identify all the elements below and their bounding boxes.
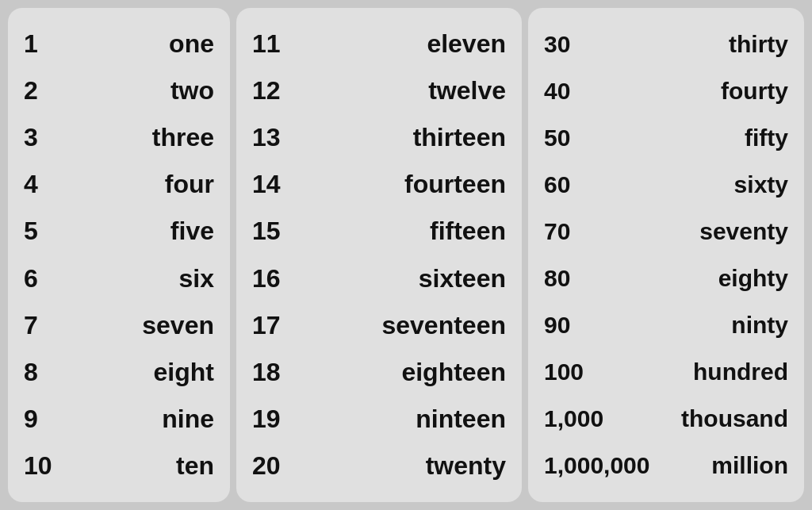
number-row: 90ninty bbox=[544, 312, 788, 339]
number-row: 20twenty bbox=[252, 451, 506, 481]
number: 100 bbox=[544, 359, 599, 385]
number: 30 bbox=[544, 31, 599, 58]
number: 12 bbox=[252, 76, 292, 105]
number: 1,000 bbox=[544, 405, 603, 432]
number: 70 bbox=[544, 218, 599, 245]
number-row: 19ninteen bbox=[252, 405, 506, 434]
word: thousand bbox=[681, 405, 788, 432]
word: twenty bbox=[426, 451, 506, 481]
main-container: 1one2two3three4four5five6six7seven8eight… bbox=[0, 0, 812, 510]
number-row: 15fifteen bbox=[252, 217, 506, 246]
number: 2 bbox=[24, 76, 63, 105]
number-row: 17seventeen bbox=[252, 311, 506, 340]
number-row: 30thirty bbox=[544, 31, 788, 58]
card-3: 30thirty40fourty50fifty60sixty70seventy8… bbox=[528, 8, 804, 502]
word: eight bbox=[154, 358, 214, 387]
number: 3 bbox=[24, 123, 63, 152]
number-row: 4four bbox=[24, 170, 214, 199]
number: 13 bbox=[252, 123, 292, 152]
number-row: 1one bbox=[24, 29, 214, 59]
word: fourteen bbox=[404, 170, 506, 199]
number: 80 bbox=[544, 265, 599, 292]
number: 7 bbox=[24, 311, 63, 340]
word: seventeen bbox=[381, 311, 506, 340]
card-2: 11eleven12twelve13thirteen14fourteen15fi… bbox=[236, 8, 522, 502]
word: two bbox=[170, 76, 214, 105]
word: five bbox=[170, 217, 214, 246]
number: 16 bbox=[252, 264, 292, 293]
number-row: 6six bbox=[24, 264, 214, 293]
number-row: 80eighty bbox=[544, 265, 788, 292]
word: nine bbox=[162, 405, 214, 434]
word: ninteen bbox=[416, 405, 506, 434]
word: thirteen bbox=[413, 123, 506, 152]
number: 60 bbox=[544, 171, 599, 198]
number: 5 bbox=[24, 217, 63, 246]
number-row: 60sixty bbox=[544, 171, 788, 198]
word: fifty bbox=[745, 125, 788, 151]
number: 17 bbox=[252, 311, 292, 340]
number-row: 70seventy bbox=[544, 218, 788, 245]
number-row: 9nine bbox=[24, 405, 214, 434]
number-row: 1,000,000million bbox=[544, 452, 788, 479]
number-row: 14fourteen bbox=[252, 170, 506, 199]
number: 1 bbox=[24, 29, 63, 59]
number: 1,000,000 bbox=[544, 452, 649, 479]
word: three bbox=[152, 123, 214, 152]
number: 9 bbox=[24, 405, 63, 434]
number: 19 bbox=[252, 405, 292, 434]
number: 8 bbox=[24, 358, 63, 387]
word: hundred bbox=[693, 359, 788, 385]
number-row: 13thirteen bbox=[252, 123, 506, 152]
number-row: 100hundred bbox=[544, 359, 788, 385]
number-row: 12twelve bbox=[252, 76, 506, 105]
number: 90 bbox=[544, 312, 599, 339]
number: 50 bbox=[544, 125, 599, 151]
number-row: 2two bbox=[24, 76, 214, 105]
word: sixteen bbox=[419, 264, 506, 293]
number-row: 16sixteen bbox=[252, 264, 506, 293]
word: fifteen bbox=[430, 217, 506, 246]
number-row: 3three bbox=[24, 123, 214, 152]
word: seven bbox=[142, 311, 214, 340]
word: sixty bbox=[734, 171, 788, 198]
number: 10 bbox=[24, 451, 63, 481]
number-row: 8eight bbox=[24, 358, 214, 387]
number-row: 40fourty bbox=[544, 78, 788, 105]
number-row: 10ten bbox=[24, 451, 214, 481]
word: six bbox=[179, 264, 214, 293]
number-row: 7seven bbox=[24, 311, 214, 340]
word: eighty bbox=[718, 265, 788, 292]
word: twelve bbox=[428, 76, 506, 105]
number: 18 bbox=[252, 358, 292, 387]
word: seventy bbox=[699, 218, 788, 245]
number: 20 bbox=[252, 451, 292, 481]
number-row: 11eleven bbox=[252, 29, 506, 59]
word: million bbox=[711, 452, 788, 479]
word: eighteen bbox=[401, 358, 506, 387]
number-row: 18eighteen bbox=[252, 358, 506, 387]
number: 14 bbox=[252, 170, 292, 199]
card-1: 1one2two3three4four5five6six7seven8eight… bbox=[8, 8, 230, 502]
word: one bbox=[169, 29, 214, 59]
word: eleven bbox=[427, 29, 506, 59]
word: ninty bbox=[731, 312, 788, 339]
number: 6 bbox=[24, 264, 63, 293]
word: fourty bbox=[721, 78, 788, 105]
word: thirty bbox=[729, 31, 788, 58]
number: 4 bbox=[24, 170, 63, 199]
number: 15 bbox=[252, 217, 292, 246]
word: four bbox=[165, 170, 214, 199]
word: ten bbox=[176, 451, 214, 481]
number: 11 bbox=[252, 29, 292, 59]
number-row: 5five bbox=[24, 217, 214, 246]
number-row: 1,000thousand bbox=[544, 405, 788, 432]
number: 40 bbox=[544, 78, 599, 105]
number-row: 50fifty bbox=[544, 125, 788, 151]
